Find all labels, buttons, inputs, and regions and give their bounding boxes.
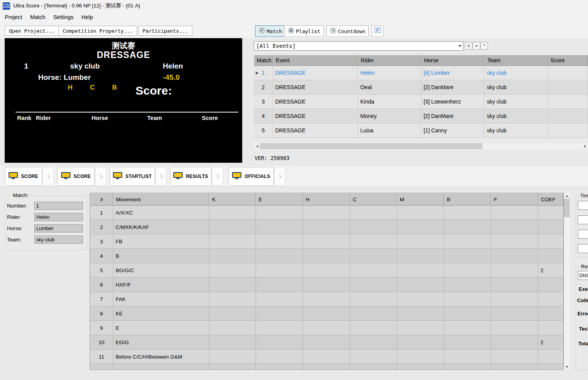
- display-officials-button[interactable]: OFFICIALS: [229, 167, 274, 186]
- score-cell-F[interactable]: [491, 364, 538, 370]
- table-row[interactable]: ▶1 DRESSAGE Helen [4] Lumber sky club: [254, 66, 588, 80]
- score-cell-K[interactable]: [209, 206, 256, 220]
- score-cell-B[interactable]: [444, 292, 491, 306]
- score-cell-H[interactable]: [303, 306, 350, 321]
- menu-settings[interactable]: Settings: [49, 12, 77, 22]
- table-row[interactable]: 5 DRESSAGE Luisa [1] Canny sky club: [254, 123, 588, 138]
- score-cell-C[interactable]: [350, 321, 397, 335]
- table-row[interactable]: 3 DRESSAGE Kinda [3] Loewenherz sky club: [254, 95, 588, 109]
- score-cell-H[interactable]: [303, 321, 350, 335]
- column-header-rider[interactable]: Rider: [358, 55, 421, 66]
- menu-project[interactable]: Project: [1, 12, 26, 22]
- score-cell-H[interactable]: [303, 234, 350, 249]
- display-score-2-next-button[interactable]: [95, 167, 106, 186]
- score-cell-M[interactable]: [397, 321, 444, 335]
- score-cell-F[interactable]: [491, 206, 538, 220]
- score-cell-E[interactable]: [256, 278, 303, 292]
- score-cell-B[interactable]: [444, 321, 491, 335]
- score-cell-B[interactable]: [444, 249, 491, 263]
- score-cell-M[interactable]: [397, 306, 444, 321]
- events-filter-select[interactable]: [All Events]: [254, 41, 463, 51]
- column-header-horse[interactable]: Horse: [421, 55, 484, 66]
- score-cell-M[interactable]: [397, 234, 444, 249]
- next-event-button[interactable]: >: [473, 42, 480, 49]
- score-cell-F[interactable]: [491, 321, 538, 335]
- match-toggle-button[interactable]: Match: [255, 25, 285, 37]
- score-cell-E[interactable]: [256, 335, 303, 350]
- scroll-up-arrow[interactable]: [564, 193, 570, 199]
- score-cell-K[interactable]: [209, 234, 256, 249]
- score-cell-F[interactable]: [491, 278, 538, 292]
- score-cell-K[interactable]: [209, 321, 256, 335]
- time-field-2[interactable]: [578, 215, 588, 224]
- score-cell-C[interactable]: [350, 292, 397, 306]
- menu-help[interactable]: Help: [77, 12, 97, 22]
- display-score-1-next-button[interactable]: [42, 167, 54, 186]
- score-cell-K[interactable]: [209, 263, 256, 278]
- number-field[interactable]: [34, 202, 83, 210]
- score-cell-H[interactable]: [303, 364, 350, 370]
- score-cell-K[interactable]: [209, 220, 256, 234]
- score-cell-B[interactable]: [444, 278, 491, 292]
- display-results-button[interactable]: RESULTS: [170, 167, 211, 186]
- score-cell-K[interactable]: [209, 335, 256, 350]
- score-cell-E[interactable]: [256, 321, 303, 335]
- score-cell-B[interactable]: [444, 306, 491, 321]
- score-cell-F[interactable]: [491, 263, 538, 278]
- display-results-next-button[interactable]: [212, 167, 223, 186]
- score-cell-B[interactable]: [444, 206, 491, 220]
- table-row[interactable]: 2 DRESSAGE Oeal [2] DanMare sky club: [254, 80, 588, 95]
- score-cell-C[interactable]: [350, 364, 397, 370]
- rider-field[interactable]: [34, 213, 83, 221]
- score-cell-F[interactable]: [491, 335, 538, 350]
- score-cell-H[interactable]: [303, 335, 350, 350]
- score-cell-M[interactable]: [397, 249, 444, 263]
- score-cell-B[interactable]: [444, 263, 491, 278]
- display-startlist-next-button[interactable]: [155, 167, 167, 186]
- score-cell-B[interactable]: [444, 364, 491, 370]
- score-cell-M[interactable]: [397, 335, 444, 350]
- playlist-toggle-button[interactable]: Playlist: [284, 25, 324, 37]
- score-cell-B[interactable]: [444, 335, 491, 350]
- score-cell-C[interactable]: [350, 220, 397, 234]
- score-cell-H[interactable]: [303, 220, 350, 234]
- team-field[interactable]: [34, 236, 83, 244]
- score-cell-C[interactable]: [350, 335, 397, 350]
- score-cell-E[interactable]: [256, 263, 303, 278]
- score-cell-M[interactable]: [397, 364, 444, 370]
- score-cell-M[interactable]: [397, 350, 444, 364]
- competition-property-button[interactable]: Competition Property...: [58, 26, 137, 36]
- score-cell-C[interactable]: [350, 306, 397, 321]
- score-cell-H[interactable]: [303, 206, 350, 220]
- prev-event-button[interactable]: <: [465, 42, 472, 49]
- score-cell-F[interactable]: [491, 220, 538, 234]
- score-cell-M[interactable]: [397, 206, 444, 220]
- score-cell-H[interactable]: [303, 278, 350, 292]
- score-cell-E[interactable]: [256, 350, 303, 364]
- result-select[interactable]: DNS: [578, 271, 588, 280]
- score-cell-F[interactable]: [491, 249, 538, 263]
- score-cell-B[interactable]: [444, 234, 491, 249]
- open-project-button[interactable]: Open Project...: [5, 26, 59, 36]
- score-cell-E[interactable]: [256, 292, 303, 306]
- column-header-score[interactable]: Score: [548, 55, 588, 66]
- score-cell-E[interactable]: [256, 249, 303, 263]
- table-row[interactable]: 4 DRESSAGE Money [2] DanMare sky club: [254, 109, 588, 123]
- score-cell-C[interactable]: [350, 263, 397, 278]
- column-header-match[interactable]: Match: [254, 55, 273, 66]
- score-cell-K[interactable]: [209, 249, 256, 263]
- score-cell-H[interactable]: [303, 292, 350, 306]
- vscroll-thumb[interactable]: [564, 199, 570, 217]
- score-cell-K[interactable]: [209, 306, 256, 321]
- score-cell-K[interactable]: [209, 350, 256, 364]
- score-cell-M[interactable]: [397, 278, 444, 292]
- time-field-4[interactable]: [578, 244, 588, 253]
- time-field-1[interactable]: [578, 201, 588, 210]
- score-cell-M[interactable]: [397, 263, 444, 278]
- hscroll-thumb[interactable]: [260, 143, 482, 149]
- notes-display-button[interactable]: [371, 25, 384, 37]
- column-header-team[interactable]: Team: [484, 55, 548, 66]
- score-cell-E[interactable]: [256, 206, 303, 220]
- score-cell-K[interactable]: [209, 278, 256, 292]
- horse-field[interactable]: [34, 224, 83, 232]
